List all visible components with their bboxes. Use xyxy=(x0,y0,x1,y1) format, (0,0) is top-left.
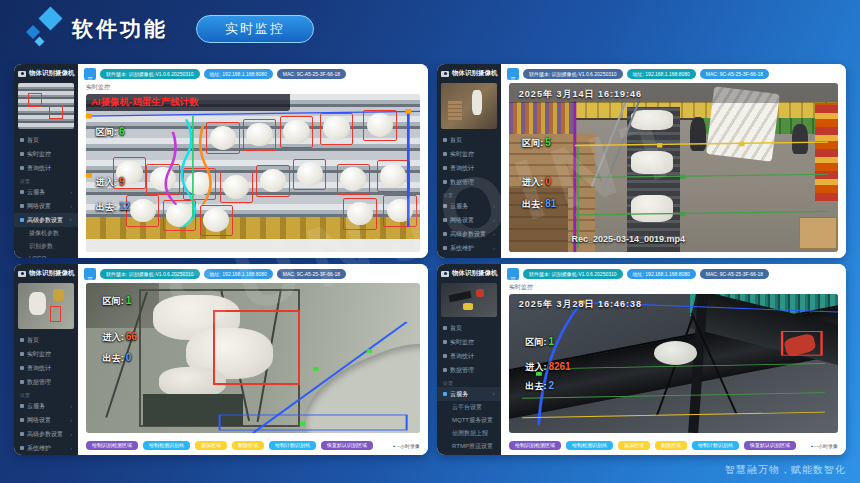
add-region-button[interactable]: 添加区域 xyxy=(618,441,650,450)
sidebar-item-advanced[interactable]: 高级参数设置˅ xyxy=(14,213,78,227)
timestamp: 2025年 3月14日 16:19:46 xyxy=(519,88,642,101)
egg-detect-box xyxy=(377,160,410,192)
firmware-version-pill[interactable]: 软件版本: 识别摄像机-V1.0.6.20250310 xyxy=(100,69,200,79)
camera-feed-conveyor: 2025年 3月28日 16:46:38 区间:1 进入:8261 出去:2 xyxy=(509,294,838,433)
thumb-object xyxy=(53,289,64,302)
sidebar-item-media[interactable]: 数据管理 xyxy=(14,375,78,389)
sidebar-item-advanced[interactable]: 高级参数设置› xyxy=(437,227,501,241)
sidebar-item-network[interactable]: 网络设置› xyxy=(14,413,78,427)
detect-box xyxy=(213,310,300,385)
sidebar-item-network[interactable]: 网络设置› xyxy=(14,199,78,213)
sidebar-item-live[interactable]: 实时监控 xyxy=(14,347,78,361)
chevron-right-icon: › xyxy=(70,417,72,423)
egg-detect-box xyxy=(220,171,253,203)
sidebar-item-advanced[interactable]: 高级参数设置› xyxy=(14,427,78,441)
sidebar-item-media[interactable]: 数据管理 xyxy=(437,175,501,189)
sidebar-item-cloud[interactable]: 云服务˅ xyxy=(437,387,501,401)
camera-icon xyxy=(18,271,26,277)
sidebar-item-stats[interactable]: 查询统计 xyxy=(437,349,501,363)
sidebar-subitem-camera-params[interactable]: 摄像机参数 xyxy=(14,227,78,240)
sidebar-item-home[interactable]: 首页 xyxy=(437,321,501,335)
ip-address-pill[interactable]: 地址: 192.168.1.168:8080 xyxy=(627,69,696,79)
ip-address-pill[interactable]: 地址: 192.168.1.168:8080 xyxy=(204,69,273,79)
app-title: 物体识别摄像机 xyxy=(14,64,78,81)
firmware-version-pill[interactable]: 软件版本: 识别摄像机-V1.0.6.20250310 xyxy=(523,69,623,79)
main-area: 软件版本: 识别摄像机-V1.0.6.20250310 地址: 192.168.… xyxy=(501,264,846,455)
sidebar-item-live[interactable]: 实时监控 xyxy=(437,335,501,349)
reset-region-button[interactable]: 恢复默认识别区域 xyxy=(321,441,373,450)
add-region-button[interactable]: 添加区域 xyxy=(195,441,227,450)
sidebar-item-live[interactable]: 实时监控 xyxy=(14,147,78,161)
sidebar-item-maintain[interactable]: 系统维护› xyxy=(437,241,501,255)
snapshot-thumbnail[interactable] xyxy=(441,83,497,129)
egg-detect-box xyxy=(256,165,289,197)
sidebar-subitem-rtmp[interactable]: RTMP推流设置 xyxy=(437,440,501,453)
slide-header: 软件功能 实时监控 xyxy=(0,0,860,58)
snapshot-thumbnail[interactable] xyxy=(18,83,74,129)
sack-on-conveyor xyxy=(631,151,674,175)
draw-detect-region-button[interactable]: 绘制识别检测区域 xyxy=(509,441,561,450)
camera-icon xyxy=(441,271,449,277)
sidebar-item-stats[interactable]: 查询统计 xyxy=(14,161,78,175)
sidebar-section-label: 设置 xyxy=(14,175,78,185)
reset-region-button[interactable]: 恢复默认识别区域 xyxy=(744,441,796,450)
sidebar-item-home[interactable]: 首页 xyxy=(437,133,501,147)
sidebar-subitem-logo[interactable]: LOGO xyxy=(14,253,78,258)
draw-count-line-button[interactable]: 绘制计数识别线 xyxy=(692,441,739,450)
main-area: 软件版本: 识别摄像机-V1.0.6.20250310 地址: 192.168.… xyxy=(78,64,428,258)
ip-address-pill[interactable]: 地址: 192.168.1.168:8080 xyxy=(204,269,273,279)
delete-region-button[interactable]: 删除区域 xyxy=(655,441,687,450)
draw-detect-region-button[interactable]: 绘制识别检测区域 xyxy=(86,441,138,450)
sidebar-item-cloud[interactable]: 云服务› xyxy=(437,199,501,213)
sidebar-item-stats[interactable]: 查询统计 xyxy=(437,161,501,175)
menu-toggle-button[interactable] xyxy=(507,68,519,80)
draw-detect-line-button[interactable]: 绘制检测识别线 xyxy=(143,441,190,450)
sidebar-item-maintain[interactable]: 系统维护› xyxy=(14,441,78,455)
zone-counter: 区间:5 xyxy=(522,137,551,150)
thumb-red-bag xyxy=(476,289,484,296)
sidebar-item-cloud[interactable]: 云服务› xyxy=(14,185,78,199)
camera-feed-egg-line: AI摄像机-鸡蛋生产线计数 区间:6 进入:9 出去:12 xyxy=(86,94,420,252)
app-title: 物体识别摄像机 xyxy=(437,264,501,281)
in-counter: 进入:66 xyxy=(103,331,137,344)
chevron-right-icon: › xyxy=(493,217,495,223)
sidebar-item-cloud[interactable]: 云服务› xyxy=(14,399,78,413)
mac-address-pill[interactable]: MAC: 9C-A5-25-3F-66-18 xyxy=(700,69,769,79)
chevron-right-icon: › xyxy=(70,203,72,209)
chevron-right-icon: › xyxy=(70,445,72,451)
sidebar-item-network[interactable]: 网络设置› xyxy=(437,213,501,227)
menu-toggle-button[interactable] xyxy=(507,268,519,280)
menu-toggle-button[interactable] xyxy=(84,68,96,80)
draw-detect-line-button[interactable]: 绘制检测识别线 xyxy=(566,441,613,450)
sidebar-item-live[interactable]: 实时监控 xyxy=(437,147,501,161)
sidebar-subitem-http[interactable]: HTTP推送设置 xyxy=(437,453,501,455)
egg-detect-box xyxy=(183,168,216,200)
white-roll xyxy=(654,341,697,365)
snapshot-thumbnail[interactable] xyxy=(441,283,497,317)
menu-toggle-button[interactable] xyxy=(84,268,96,280)
app-title: 物体识别摄像机 xyxy=(14,264,78,281)
firmware-version-pill[interactable]: 软件版本: 识别摄像机-V1.0.6.20250310 xyxy=(523,269,623,279)
snapshot-thumbnail[interactable] xyxy=(18,283,74,329)
sidebar-item-media[interactable]: 数据管理 xyxy=(437,363,501,377)
sidebar-subitem-detect-params[interactable]: 识别参数 xyxy=(14,240,78,253)
egg-detect-box xyxy=(343,198,376,230)
sidebar-item-stats[interactable]: 查询统计 xyxy=(14,361,78,375)
thumb-sack xyxy=(29,292,46,315)
mac-address-pill[interactable]: MAC: 9C-A5-25-3F-66-18 xyxy=(700,269,769,279)
sidebar-subitem-report[interactable]: 侦测数据上报 xyxy=(437,427,501,440)
sidebar-item-home[interactable]: 首页 xyxy=(14,133,78,147)
mac-address-pill[interactable]: MAC: 9C-A5-25-3F-66-18 xyxy=(277,69,346,79)
ip-address-pill[interactable]: 地址: 192.168.1.168:8080 xyxy=(627,269,696,279)
recording-filename: Rec_2025-03-14_0019.mp4 xyxy=(572,234,686,244)
sidebar-subitem-mqtt[interactable]: MQTT服务设置 xyxy=(437,414,501,427)
firmware-version-pill[interactable]: 软件版本: 识别摄像机-V1.0.6.20250310 xyxy=(100,269,200,279)
draw-count-line-button[interactable]: 绘制计数识别线 xyxy=(269,441,316,450)
delete-region-button[interactable]: 删除区域 xyxy=(232,441,264,450)
thumb-detect-box xyxy=(28,93,42,107)
mac-address-pill[interactable]: MAC: 9C-A5-25-3F-66-18 xyxy=(277,269,346,279)
sidebar-subitem-cloud-platform[interactable]: 云平台设置 xyxy=(437,401,501,414)
panel-conveyor-counting: 物体识别摄像机 首页 实时监控 查询统计 数据管理 设置 云服务˅ 云平台设置 … xyxy=(437,264,846,455)
sidebar-item-home[interactable]: 首页 xyxy=(14,333,78,347)
slide-badge: 实时监控 xyxy=(196,15,314,43)
